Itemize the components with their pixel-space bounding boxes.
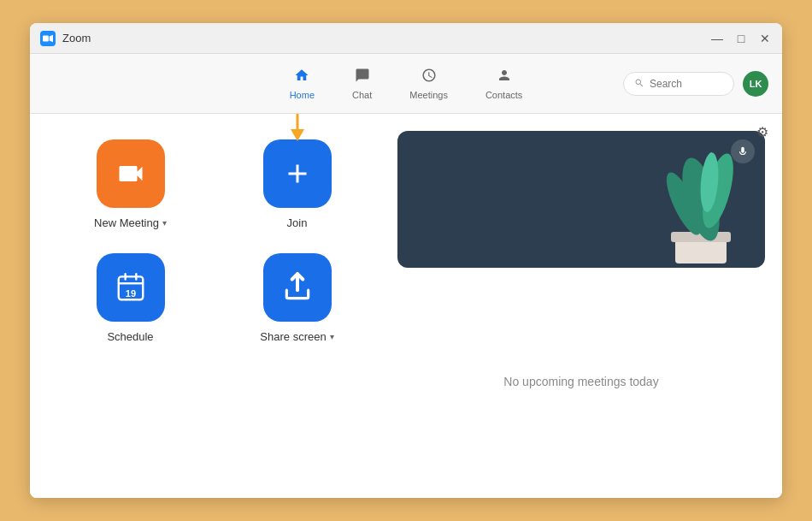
title-bar: Zoom — □ ✕	[30, 23, 782, 54]
schedule-button[interactable]: 19	[97, 253, 165, 322]
share-screen-button[interactable]	[263, 253, 332, 322]
nav-bar: Home Chat Meetings	[30, 54, 782, 114]
home-icon	[294, 68, 309, 87]
svg-marker-1	[50, 34, 53, 42]
new-meeting-label: New Meeting ▾	[94, 216, 167, 229]
tab-meetings-label: Meetings	[409, 90, 448, 100]
window-controls: — □ ✕	[710, 32, 772, 45]
tab-contacts[interactable]: Contacts	[470, 62, 538, 105]
zoom-logo	[40, 31, 56, 46]
tab-contacts-label: Contacts	[485, 90, 522, 100]
search-input[interactable]	[650, 78, 727, 90]
plant-decoration	[645, 139, 756, 268]
no-meetings-text: No upcoming meetings today	[397, 281, 765, 481]
join-label: Join	[287, 216, 308, 229]
action-grid: New Meeting ▾	[64, 139, 363, 343]
schedule-item: 19 Schedule	[64, 253, 197, 343]
tab-home-label: Home	[290, 90, 315, 100]
share-screen-item: Share screen ▾	[231, 253, 363, 343]
left-panel: New Meeting ▾	[30, 114, 397, 498]
svg-text:19: 19	[125, 288, 135, 299]
window-title: Zoom	[62, 32, 710, 44]
share-screen-caret: ▾	[330, 332, 334, 341]
tab-home[interactable]: Home	[274, 62, 330, 105]
user-avatar[interactable]: LK	[743, 71, 768, 97]
schedule-label: Schedule	[107, 330, 153, 343]
contacts-icon	[497, 68, 512, 87]
search-icon	[634, 76, 644, 92]
zoom-window: Zoom — □ ✕ Home	[30, 23, 782, 498]
close-button[interactable]: ✕	[758, 32, 772, 45]
join-item: Join	[231, 139, 363, 229]
tab-chat-label: Chat	[352, 90, 372, 100]
join-arrow-indicator	[287, 114, 308, 146]
new-meeting-item: New Meeting ▾	[64, 139, 197, 229]
share-screen-label: Share screen ▾	[260, 330, 333, 343]
join-button[interactable]	[263, 139, 332, 208]
main-content: ⚙ New Meeting ▾	[30, 114, 782, 498]
right-panel: No upcoming meetings today	[397, 114, 782, 498]
new-meeting-button[interactable]	[97, 139, 165, 208]
svg-rect-0	[43, 35, 49, 41]
new-meeting-caret: ▾	[162, 218, 167, 228]
minimize-button[interactable]: —	[710, 32, 724, 45]
clock-icon	[421, 68, 437, 87]
chat-icon	[355, 68, 370, 87]
tab-meetings[interactable]: Meetings	[394, 62, 463, 105]
meeting-preview	[397, 131, 765, 268]
tab-chat[interactable]: Chat	[337, 62, 387, 105]
maximize-button[interactable]: □	[734, 32, 748, 45]
settings-button[interactable]: ⚙	[756, 124, 768, 140]
svg-marker-3	[291, 129, 304, 141]
nav-tabs: Home Chat Meetings	[274, 62, 538, 105]
nav-right: LK	[623, 71, 768, 97]
search-box[interactable]	[623, 72, 734, 96]
